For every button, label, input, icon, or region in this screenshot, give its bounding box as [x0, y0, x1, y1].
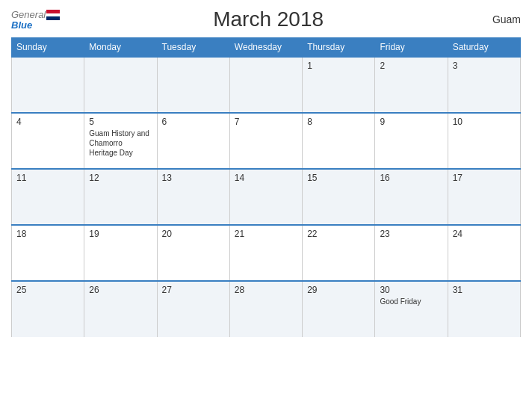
region-label: Guam [476, 13, 521, 25]
logo: General Blue [11, 10, 61, 30]
cell-w5-d4: 28 [229, 281, 302, 337]
day-number: 11 [16, 173, 79, 183]
cell-w3-d7: 17 [448, 169, 520, 225]
cell-w4-d4: 21 [229, 225, 302, 281]
cell-w5-d1: 25 [12, 281, 84, 337]
cell-w2-d4: 7 [229, 113, 302, 169]
cell-w5-d3: 27 [157, 281, 229, 337]
header-thursday: Thursday [303, 38, 375, 58]
logo-flag-icon [46, 10, 60, 20]
day-headers-row: Sunday Monday Tuesday Wednesday Thursday… [12, 38, 521, 58]
day-number: 15 [307, 173, 370, 183]
cell-w3-d4: 14 [229, 169, 302, 225]
day-number: 1 [307, 61, 370, 71]
cell-w1-d7: 3 [448, 57, 520, 113]
day-number: 30 [380, 285, 442, 295]
cell-w1-d1 [12, 57, 84, 113]
cell-w3-d5: 15 [303, 169, 375, 225]
week-row-3: 11121314151617 [12, 169, 521, 225]
week-row-2: 45Guam History and Chamorro Heritage Day… [12, 113, 521, 169]
svg-rect-1 [46, 13, 60, 16]
day-number: 20 [162, 229, 225, 239]
cell-w4-d2: 19 [84, 225, 157, 281]
cell-w1-d4 [229, 57, 302, 113]
header-monday: Monday [84, 38, 157, 58]
cell-w2-d6: 9 [375, 113, 448, 169]
cell-w4-d6: 23 [375, 225, 448, 281]
cell-w3-d6: 16 [375, 169, 448, 225]
day-number: 26 [89, 285, 152, 295]
cell-w2-d1: 4 [12, 113, 84, 169]
cell-w3-d1: 11 [12, 169, 84, 225]
header-tuesday: Tuesday [157, 38, 229, 58]
day-number: 29 [307, 285, 370, 295]
header-sunday: Sunday [12, 38, 84, 58]
event-label: Good Friday [380, 297, 442, 306]
day-number: 18 [16, 229, 79, 239]
cell-w1-d2 [84, 57, 157, 113]
day-number: 21 [235, 229, 297, 239]
day-number: 6 [162, 117, 225, 127]
cell-w4-d3: 20 [157, 225, 229, 281]
calendar-table: Sunday Monday Tuesday Wednesday Thursday… [11, 37, 521, 337]
cell-w2-d2: 5Guam History and Chamorro Heritage Day [84, 113, 157, 169]
cell-w4-d1: 18 [12, 225, 84, 281]
day-number: 22 [307, 229, 370, 239]
cell-w4-d7: 24 [448, 225, 520, 281]
cell-w2-d5: 8 [303, 113, 375, 169]
day-number: 9 [380, 117, 442, 127]
cell-w1-d3 [157, 57, 229, 113]
day-number: 8 [307, 117, 370, 127]
week-row-4: 18192021222324 [12, 225, 521, 281]
header-wednesday: Wednesday [229, 38, 302, 58]
cell-w1-d5: 1 [303, 57, 375, 113]
day-number: 25 [16, 285, 79, 295]
day-number: 5 [89, 117, 152, 127]
logo-blue-text: Blue [11, 20, 32, 30]
event-label: Guam History and Chamorro Heritage Day [89, 129, 152, 158]
cell-w5-d5: 29 [303, 281, 375, 337]
logo-general-text: General [11, 10, 46, 19]
day-number: 13 [162, 173, 225, 183]
day-number: 12 [89, 173, 152, 183]
cell-w1-d6: 2 [375, 57, 448, 113]
header: General Blue March 2018 Guam [11, 7, 521, 31]
calendar-page: General Blue March 2018 Guam Sunday Mond… [0, 0, 532, 411]
header-friday: Friday [375, 38, 448, 58]
day-number: 4 [16, 117, 79, 127]
day-number: 31 [453, 285, 516, 295]
day-number: 24 [453, 229, 516, 239]
day-number: 17 [453, 173, 516, 183]
cell-w3-d2: 12 [84, 169, 157, 225]
cell-w3-d3: 13 [157, 169, 229, 225]
calendar-title: March 2018 [61, 7, 476, 31]
day-number: 2 [380, 61, 442, 71]
week-row-5: 252627282930Good Friday31 [12, 281, 521, 337]
cell-w4-d5: 22 [303, 225, 375, 281]
svg-rect-2 [46, 16, 60, 20]
day-number: 10 [453, 117, 516, 127]
day-number: 16 [380, 173, 442, 183]
day-number: 7 [235, 117, 297, 127]
day-number: 28 [235, 285, 297, 295]
week-row-1: 123 [12, 57, 521, 113]
day-number: 14 [235, 173, 297, 183]
cell-w2-d7: 10 [448, 113, 520, 169]
day-number: 23 [380, 229, 442, 239]
day-number: 3 [453, 61, 516, 71]
cell-w5-d7: 31 [448, 281, 520, 337]
header-saturday: Saturday [448, 38, 520, 58]
svg-rect-0 [46, 10, 60, 13]
cell-w5-d6: 30Good Friday [375, 281, 448, 337]
cell-w2-d3: 6 [157, 113, 229, 169]
day-number: 27 [162, 285, 225, 295]
cell-w5-d2: 26 [84, 281, 157, 337]
day-number: 19 [89, 229, 152, 239]
